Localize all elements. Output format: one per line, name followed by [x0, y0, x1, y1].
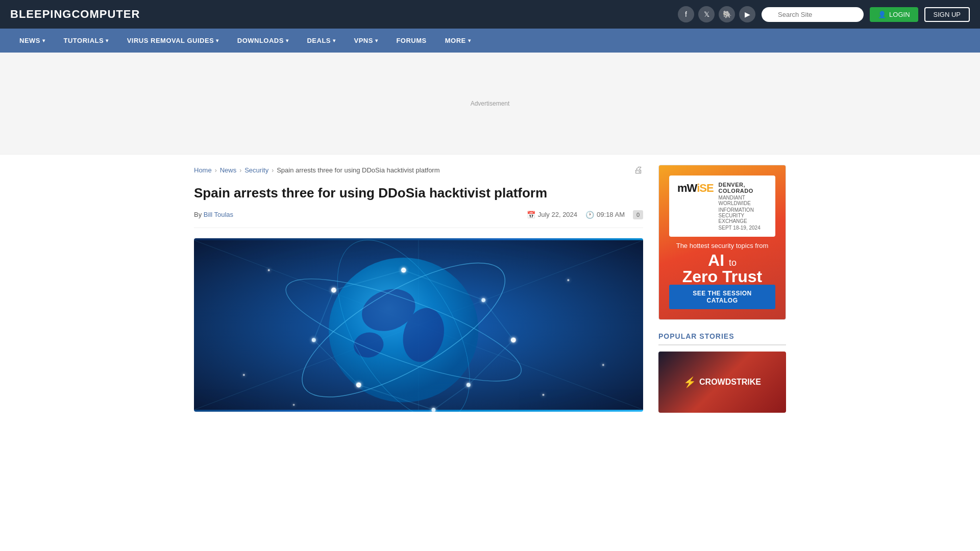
ad-cta-button[interactable]: SEE THE SESSION CATALOG [669, 285, 775, 309]
article-meta: By Bill Toulas 📅 July 22, 2024 🕐 09:18 A… [194, 210, 643, 228]
login-button[interactable]: 👤 LOGIN [870, 7, 918, 22]
event-location: DENVER, COLORADO [719, 182, 767, 194]
svg-point-23 [567, 279, 569, 281]
chevron-down-icon: ▾ [286, 38, 289, 43]
article-date: 📅 July 22, 2024 [527, 211, 577, 219]
ad-ai-text: AI [708, 251, 724, 269]
article-author: By Bill Toulas [194, 211, 233, 218]
event-company: MANDIANT WORLDWIDE [719, 195, 767, 206]
nav-item-news[interactable]: NEWS ▾ [10, 29, 55, 53]
breadcrumb-current: Spain arrests three for using DDoSia hac… [277, 166, 439, 174]
chevron-down-icon: ▾ [375, 38, 378, 43]
ad-placeholder-text: Advertisement [471, 100, 510, 107]
breadcrumb-links: Home › News › Security › Spain arrests t… [194, 166, 440, 174]
main-nav: NEWS ▾ TUTORIALS ▾ VIRUS REMOVAL GUIDES … [0, 29, 980, 53]
nav-item-vpns[interactable]: VPNS ▾ [345, 29, 387, 53]
nav-item-forums[interactable]: FORUMS [387, 29, 435, 53]
comment-bubble: 0 [633, 210, 643, 219]
ad-logo-section: mWiSE DENVER, COLORADO MANDIANT WORLDWID… [669, 176, 775, 237]
main-container: Home › News › Security › Spain arrests t… [184, 155, 796, 423]
popular-stories: POPULAR STORIES ⚡ CROWDSTRIKE [658, 332, 786, 413]
svg-point-24 [602, 364, 604, 366]
social-icons-group: f 𝕏 🐘 ▶ [678, 6, 755, 22]
ad-event-info: DENVER, COLORADO MANDIANT WORLDWIDE INFO… [719, 182, 767, 231]
user-icon: 👤 [878, 11, 886, 18]
article-hero-image [194, 238, 643, 412]
crowdstrike-text: CROWDSTRIKE [699, 378, 761, 387]
mwise-logo: mWiSE [677, 182, 714, 195]
time-value: 09:18 AM [597, 211, 625, 218]
breadcrumb: Home › News › Security › Spain arrests t… [194, 165, 643, 176]
ad-to-text: to [729, 258, 737, 268]
popular-stories-title: POPULAR STORIES [658, 332, 786, 345]
breadcrumb-news[interactable]: News [220, 166, 237, 174]
mastodon-icon[interactable]: 🐘 [719, 6, 735, 22]
search-input[interactable] [762, 7, 864, 22]
event-subtitle: INFORMATION SECURITY EXCHANGE [719, 207, 767, 224]
breadcrumb-home[interactable]: Home [194, 166, 212, 174]
svg-point-7 [329, 258, 478, 403]
article-title: Spain arrests three for using DDoSia hac… [194, 185, 643, 202]
nav-item-tutorials[interactable]: TUTORIALS ▾ [55, 29, 118, 53]
clock-icon: 🕐 [585, 211, 594, 219]
breadcrumb-separator-3: › [272, 167, 274, 174]
author-prefix: By [194, 211, 202, 218]
breadcrumb-separator-1: › [215, 167, 217, 174]
author-link[interactable]: Bill Toulas [204, 211, 233, 218]
svg-point-26 [542, 394, 544, 396]
breadcrumb-security[interactable]: Security [244, 166, 268, 174]
content-area: Home › News › Security › Spain arrests t… [194, 165, 643, 413]
sidebar: mWiSE DENVER, COLORADO MANDIANT WORLDWID… [658, 165, 786, 413]
ad-big-text: AI to Zero Trust [682, 252, 762, 285]
article-meta-right: 📅 July 22, 2024 🕐 09:18 AM 0 [527, 210, 643, 219]
date-value: July 22, 2024 [538, 211, 577, 218]
sidebar-ad: mWiSE DENVER, COLORADO MANDIANT WORLDWID… [658, 165, 786, 320]
comment-number: 0 [636, 212, 640, 218]
nav-item-more[interactable]: MORE ▾ [436, 29, 480, 53]
crowdstrike-icon: ⚡ [683, 376, 696, 388]
event-dates: SEPT 18-19, 2024 [719, 225, 767, 231]
chevron-down-icon: ▾ [42, 38, 45, 43]
svg-point-27 [293, 404, 295, 406]
facebook-icon[interactable]: f [678, 6, 694, 22]
ad-zerotrust-text: Zero Trust [682, 267, 762, 286]
sidebar-ad-inner: mWiSE DENVER, COLORADO MANDIANT WORLDWID… [659, 165, 786, 319]
popular-story-image[interactable]: ⚡ CROWDSTRIKE [658, 352, 786, 413]
calendar-icon: 📅 [527, 211, 535, 219]
ad-tagline: The hottest security topics from [676, 237, 769, 252]
chevron-down-icon: ▾ [468, 38, 471, 43]
svg-point-25 [243, 374, 245, 376]
signup-button[interactable]: SIGN UP [924, 7, 970, 22]
crowdstrike-logo: ⚡ CROWDSTRIKE [683, 376, 761, 388]
svg-point-22 [268, 269, 270, 271]
nav-item-downloads[interactable]: DOWNLOADS ▾ [228, 29, 298, 53]
logo-text-plain: BLEEPING [10, 8, 71, 20]
chevron-down-icon: ▾ [106, 38, 109, 43]
twitter-icon[interactable]: 𝕏 [698, 6, 715, 22]
site-logo[interactable]: BLEEPINGCOMPUTER [10, 8, 140, 21]
print-icon[interactable]: 🖨 [634, 165, 643, 176]
site-header: BLEEPINGCOMPUTER f 𝕏 🐘 ▶ 🔍 👤 LOGIN SIGN … [0, 0, 980, 29]
nav-item-virus-removal[interactable]: VIRUS REMOVAL GUIDES ▾ [118, 29, 228, 53]
search-wrapper: 🔍 [762, 7, 864, 22]
logo-text-bold: COMPUTER [71, 8, 140, 20]
article-time: 🕐 09:18 AM [585, 211, 625, 219]
breadcrumb-separator-2: › [239, 167, 241, 174]
header-right: f 𝕏 🐘 ▶ 🔍 👤 LOGIN SIGN UP [678, 6, 970, 22]
nav-item-deals[interactable]: DEALS ▾ [298, 29, 345, 53]
chevron-down-icon: ▾ [216, 38, 219, 43]
chevron-down-icon: ▾ [333, 38, 336, 43]
logo-ise: iSE [697, 182, 713, 194]
logo-mw: mW [677, 182, 697, 194]
comment-count[interactable]: 0 [633, 210, 643, 219]
youtube-icon[interactable]: ▶ [739, 6, 755, 22]
ad-banner: Advertisement [0, 53, 980, 155]
